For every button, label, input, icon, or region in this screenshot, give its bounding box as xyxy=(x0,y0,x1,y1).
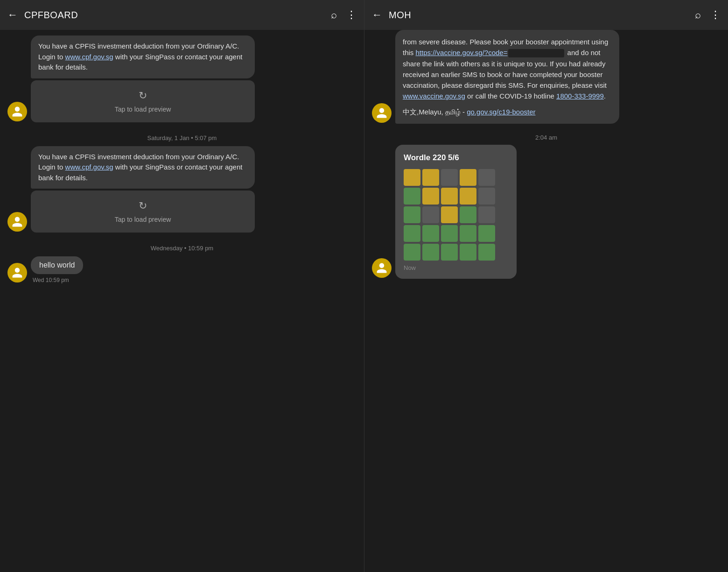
search-icon-right[interactable]: ⌕ xyxy=(695,9,701,21)
wordle-cell-3-4 xyxy=(478,225,495,242)
wordle-cell-0-1 xyxy=(422,169,439,186)
wordle-cell-0-4 xyxy=(478,169,495,186)
wordle-cell-3-2 xyxy=(441,225,458,242)
govsg-link[interactable]: go.gov.sg/c19-booster xyxy=(467,108,535,116)
wordle-cell-3-0 xyxy=(404,225,420,242)
moh-bubble-1: from severe disease. Please book your bo… xyxy=(395,30,619,124)
moh-message-row-2: Wordle 220 5/6 xyxy=(372,145,721,279)
wordle-cell-3-3 xyxy=(460,225,476,242)
refresh-icon-2: ↻ xyxy=(139,200,147,212)
wordle-cell-1-3 xyxy=(460,188,476,205)
cpf-link-2[interactable]: www.cpf.gov.sg xyxy=(65,163,113,171)
avatar-1 xyxy=(7,102,27,121)
preview-label-1: Tap to load preview xyxy=(115,106,171,113)
message-row-3: hello world Wed 10:59 pm xyxy=(7,256,357,283)
avatar-2 xyxy=(7,212,27,232)
wordle-cell-2-3 xyxy=(460,206,476,223)
wordle-cell-4-0 xyxy=(404,244,420,261)
bubble-group-2: You have a CPFIS investment deduction fr… xyxy=(31,146,255,233)
moh-avatar-2 xyxy=(372,258,392,278)
message-row-2: You have a CPFIS investment deduction fr… xyxy=(7,146,357,233)
back-button-left[interactable]: ← xyxy=(7,9,18,21)
wordle-cell-1-0 xyxy=(404,188,420,205)
wordle-grid xyxy=(404,169,508,261)
tap-to-load-preview-1[interactable]: ↻ Tap to load preview xyxy=(31,80,255,122)
wordle-cell-1-1 xyxy=(422,188,439,205)
wordle-cell-1-4 xyxy=(478,188,495,205)
back-button-right[interactable]: ← xyxy=(372,9,382,21)
cpfboard-title: CPFBOARD xyxy=(24,10,322,21)
wordle-cell-2-1 xyxy=(422,206,439,223)
wordle-cell-2-4 xyxy=(478,206,495,223)
wordle-now-label: Now xyxy=(404,264,508,271)
cpfboard-header: ← CPFBOARD ⌕ ⋮ xyxy=(0,0,364,30)
wordle-cell-3-1 xyxy=(422,225,439,242)
wordle-cell-0-3 xyxy=(460,169,476,186)
tap-to-load-preview-2[interactable]: ↻ Tap to load preview xyxy=(31,191,255,233)
more-icon-right[interactable]: ⋮ xyxy=(710,9,721,21)
message-row-1: You have a CPFIS investment deduction fr… xyxy=(7,35,357,122)
moh-title: MOH xyxy=(389,10,686,21)
date-separator-2: Wednesday • 10:59 pm xyxy=(7,245,357,252)
avatar-3 xyxy=(7,263,27,282)
bubble-group-3: hello world Wed 10:59 pm xyxy=(31,256,83,283)
cpfboard-bubble-2: You have a CPFIS investment deduction fr… xyxy=(31,146,255,189)
wordle-card: Wordle 220 5/6 xyxy=(395,145,517,279)
hello-timestamp: Wed 10:59 pm xyxy=(31,277,83,283)
wordle-cell-4-1 xyxy=(422,244,439,261)
refresh-icon-1: ↻ xyxy=(139,90,147,102)
moh-message-row-1: from severe disease. Please book your bo… xyxy=(372,30,721,124)
time-label-204: 2:04 am xyxy=(372,134,721,141)
redacted-code xyxy=(508,49,564,57)
cpfboard-panel: ← CPFBOARD ⌕ ⋮ You have a CPFIS investme… xyxy=(0,0,364,572)
wordle-cell-0-2 xyxy=(441,169,458,186)
wordle-cell-4-4 xyxy=(478,244,495,261)
cpf-link-1[interactable]: www.cpf.gov.sg xyxy=(65,53,113,61)
more-icon-left[interactable]: ⋮ xyxy=(346,9,357,21)
moh-panel: ← MOH ⌕ ⋮ from severe disease. Please bo… xyxy=(364,0,728,572)
cpfboard-messages: You have a CPFIS investment deduction fr… xyxy=(0,30,364,572)
moh-messages: from severe disease. Please book your bo… xyxy=(364,30,728,572)
moh-header: ← MOH ⌕ ⋮ xyxy=(364,0,728,30)
vaccine-gov-link[interactable]: www.vaccine.gov.sg xyxy=(403,92,465,100)
wordle-cell-1-2 xyxy=(441,188,458,205)
preview-label-2: Tap to load preview xyxy=(115,216,171,223)
hotline-link[interactable]: 1800-333-9999 xyxy=(556,92,604,100)
wordle-cell-2-2 xyxy=(441,206,458,223)
wordle-cell-2-0 xyxy=(404,206,420,223)
date-separator-1: Saturday, 1 Jan • 5:07 pm xyxy=(7,134,357,141)
moh-avatar-1 xyxy=(372,103,392,123)
bubble-group-1: You have a CPFIS investment deduction fr… xyxy=(31,35,255,122)
search-icon-left[interactable]: ⌕ xyxy=(331,9,337,21)
wordle-cell-4-2 xyxy=(441,244,458,261)
cpfboard-bubble-1: You have a CPFIS investment deduction fr… xyxy=(31,35,255,78)
wordle-cell-0-0 xyxy=(404,169,420,186)
wordle-cell-4-3 xyxy=(460,244,476,261)
wordle-title: Wordle 220 5/6 xyxy=(404,153,508,162)
vaccine-link[interactable]: https://vaccine.gov.sg/?code= xyxy=(416,49,508,56)
hello-bubble: hello world xyxy=(31,256,83,274)
